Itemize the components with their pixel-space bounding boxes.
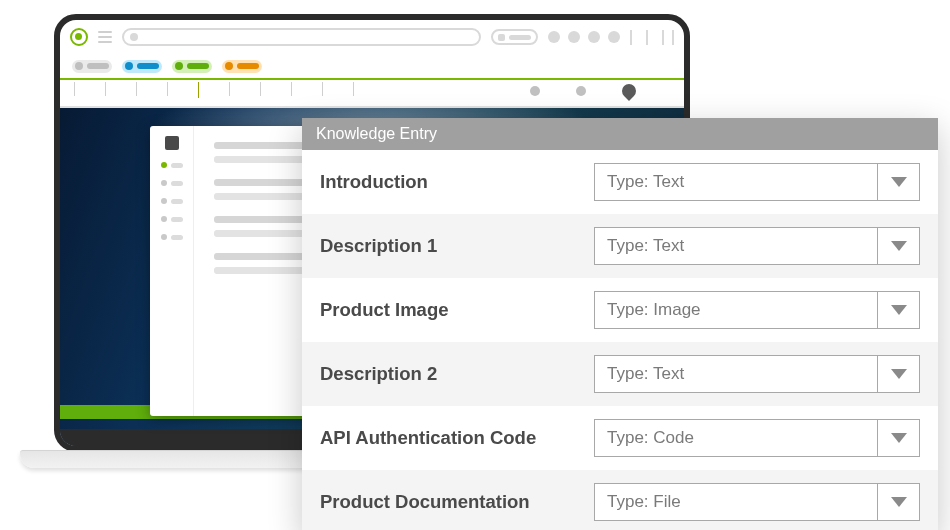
field-label: Product Documentation	[320, 491, 576, 513]
browser-chrome	[60, 20, 684, 108]
field-label: API Authentication Code	[320, 427, 576, 449]
chevron-down-icon[interactable]	[877, 420, 919, 456]
chevron-down-icon[interactable]	[877, 356, 919, 392]
type-select-value: Type: Code	[595, 428, 877, 448]
field-label: Description 2	[320, 363, 576, 385]
knowledge-entry-panel: Knowledge Entry Introduction Type: Text …	[302, 118, 938, 530]
field-label: Product Image	[320, 299, 576, 321]
svg-marker-3	[891, 369, 907, 379]
type-select-value: Type: Text	[595, 172, 877, 192]
sidebar-item[interactable]	[161, 198, 183, 204]
user-pill[interactable]	[491, 29, 538, 45]
stage: Knowledge Entry Introduction Type: Text …	[0, 0, 950, 530]
chrome-right-controls	[491, 29, 674, 45]
type-select-value: Type: File	[595, 492, 877, 512]
logo-icon	[70, 28, 88, 46]
chevron-down-icon[interactable]	[877, 164, 919, 200]
sidebar-item[interactable]	[161, 216, 183, 222]
grouped-buttons[interactable]	[630, 30, 674, 45]
chevron-down-icon[interactable]	[877, 292, 919, 328]
svg-marker-5	[891, 497, 907, 507]
field-label: Description 1	[320, 235, 576, 257]
type-select[interactable]: Type: Text	[594, 355, 920, 393]
svg-marker-1	[891, 241, 907, 251]
type-select[interactable]: Type: File	[594, 483, 920, 521]
type-select-value: Type: Text	[595, 236, 877, 256]
sidebar-item[interactable]	[161, 234, 183, 240]
type-select[interactable]: Type: Text	[594, 163, 920, 201]
field-label: Introduction	[320, 171, 576, 193]
tab-2[interactable]	[122, 60, 162, 73]
field-row-description-2: Description 2 Type: Text	[302, 342, 938, 406]
timeline-dot-icon	[576, 86, 586, 96]
chevron-down-icon[interactable]	[877, 228, 919, 264]
type-select-value: Type: Image	[595, 300, 877, 320]
sidebar-item[interactable]	[161, 180, 183, 186]
timeline-pin-icon	[619, 81, 639, 101]
timeline-bar[interactable]	[60, 78, 684, 108]
knowledge-entry-title: Knowledge Entry	[302, 118, 938, 150]
type-select-value: Type: Text	[595, 364, 877, 384]
sidebar-item[interactable]	[161, 162, 183, 168]
type-select[interactable]: Type: Code	[594, 419, 920, 457]
panel-sidebar	[150, 126, 194, 416]
type-select[interactable]: Type: Text	[594, 227, 920, 265]
sidebar-active-icon	[165, 136, 179, 150]
svg-marker-4	[891, 433, 907, 443]
chevron-down-icon[interactable]	[877, 484, 919, 520]
tab-strip	[60, 54, 684, 78]
menu-icon[interactable]	[98, 31, 112, 43]
chrome-top-bar	[60, 20, 684, 54]
field-row-api-auth-code: API Authentication Code Type: Code	[302, 406, 938, 470]
tab-3[interactable]	[172, 60, 212, 73]
svg-marker-0	[891, 177, 907, 187]
type-select[interactable]: Type: Image	[594, 291, 920, 329]
svg-marker-2	[891, 305, 907, 315]
field-row-introduction: Introduction Type: Text	[302, 150, 938, 214]
address-bar[interactable]	[122, 28, 481, 46]
chrome-action-dots[interactable]	[548, 31, 620, 43]
field-row-product-image: Product Image Type: Image	[302, 278, 938, 342]
timeline-markers	[530, 84, 636, 98]
tab-4[interactable]	[222, 60, 262, 73]
timeline-dot-icon	[530, 86, 540, 96]
field-row-product-documentation: Product Documentation Type: File	[302, 470, 938, 530]
tab-1[interactable]	[72, 60, 112, 73]
field-row-description-1: Description 1 Type: Text	[302, 214, 938, 278]
